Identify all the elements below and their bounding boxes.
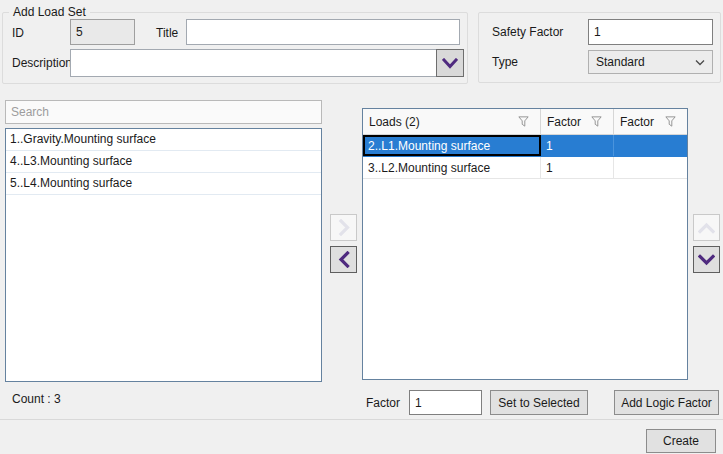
selected-loads-grid: Loads (2) Factor Factor xyxy=(362,108,688,380)
count-label: Count : 3 xyxy=(12,392,61,406)
move-up-button[interactable] xyxy=(693,214,720,241)
safety-factor-label: Safety Factor xyxy=(492,25,563,39)
description-label: Description xyxy=(12,56,72,70)
chevron-down-icon xyxy=(442,58,458,69)
chevron-down-icon xyxy=(698,254,715,266)
id-label: ID xyxy=(12,26,24,40)
search-input[interactable] xyxy=(5,100,322,124)
column-header-label: Loads (2) xyxy=(369,115,420,129)
grid-cell-factor[interactable] xyxy=(614,135,687,156)
filter-icon[interactable] xyxy=(664,115,677,128)
grid-row[interactable]: 3..L2.Mounting surface 1 xyxy=(363,157,687,179)
add-load-set-group-title: Add Load Set xyxy=(9,5,90,19)
grid-cell-load[interactable]: 2..L1.Mounting surface xyxy=(363,135,541,156)
add-logic-factor-button[interactable]: Add Logic Factor xyxy=(614,390,719,415)
description-field[interactable] xyxy=(70,49,437,77)
column-header-factor-2[interactable]: Factor xyxy=(614,109,687,134)
id-field[interactable] xyxy=(70,19,135,45)
type-select[interactable]: Standard xyxy=(588,50,713,74)
footer-divider xyxy=(0,419,723,420)
filter-icon[interactable] xyxy=(590,115,603,128)
grid-cell-factor[interactable]: 1 xyxy=(541,135,614,156)
description-dropdown-button[interactable] xyxy=(436,49,464,77)
filter-icon[interactable] xyxy=(517,115,530,128)
grid-header: Loads (2) Factor Factor xyxy=(363,109,687,135)
chevron-up-icon xyxy=(698,222,715,234)
title-field[interactable] xyxy=(186,19,460,45)
list-item[interactable]: 5..L4.Mounting surface xyxy=(6,173,321,195)
grid-cell-factor[interactable] xyxy=(614,157,687,178)
column-header-loads[interactable]: Loads (2) xyxy=(363,109,541,134)
list-item[interactable]: 1..Gravity.Mounting surface xyxy=(6,129,321,151)
column-header-label: Factor xyxy=(620,115,654,129)
grid-row[interactable]: 2..L1.Mounting surface 1 xyxy=(363,135,687,157)
chevron-right-icon xyxy=(338,219,350,236)
title-label: Title xyxy=(156,26,178,40)
move-left-button[interactable] xyxy=(330,246,357,273)
grid-cell-factor[interactable]: 1 xyxy=(541,157,614,178)
grid-cell-load[interactable]: 3..L2.Mounting surface xyxy=(363,157,541,178)
factor-label: Factor xyxy=(366,396,400,410)
set-to-selected-button[interactable]: Set to Selected xyxy=(490,390,588,415)
add-load-set-dialog: Add Load Set ID Title Description Safety… xyxy=(0,0,723,454)
create-button[interactable]: Create xyxy=(646,429,716,453)
safety-factor-field[interactable] xyxy=(588,19,713,45)
available-loads-list: 1..Gravity.Mounting surface 4..L3.Mounti… xyxy=(5,128,322,382)
move-down-button[interactable] xyxy=(693,246,720,273)
column-header-factor-1[interactable]: Factor xyxy=(541,109,614,134)
type-select-value: Standard xyxy=(596,55,645,69)
column-header-label: Factor xyxy=(547,115,581,129)
list-item[interactable]: 4..L3.Mounting surface xyxy=(6,151,321,173)
chevron-down-icon xyxy=(695,59,705,66)
type-label: Type xyxy=(492,55,518,69)
factor-field[interactable] xyxy=(409,390,482,415)
move-right-button[interactable] xyxy=(330,214,357,241)
chevron-left-icon xyxy=(338,251,350,268)
